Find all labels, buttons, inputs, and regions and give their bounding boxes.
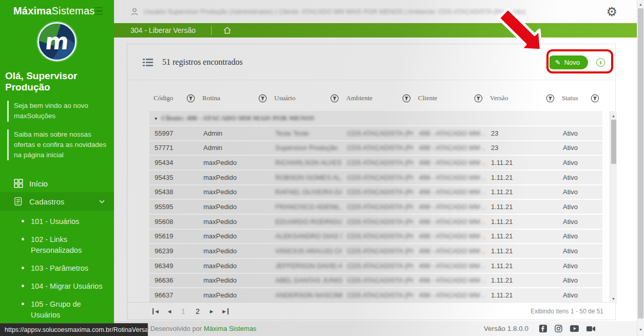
youtube-icon[interactable] bbox=[570, 325, 579, 332]
table-row[interactable]: 95608maxPedidoEDUARDO RODRIGUE...CDS ATA… bbox=[149, 215, 602, 230]
next-page-icon[interactable] bbox=[205, 308, 218, 314]
cell-versao: 23 bbox=[486, 144, 558, 152]
column-label[interactable]: Usuário bbox=[274, 94, 295, 102]
page-button-2[interactable]: 2 bbox=[191, 307, 205, 315]
brand-regular: Sistemas bbox=[52, 5, 95, 16]
cell-usuario: EDUARDO RODRIGUE... bbox=[270, 218, 342, 226]
filter-icon[interactable] bbox=[591, 94, 599, 103]
instagram-icon[interactable] bbox=[555, 325, 562, 332]
cell-rotina: maxPedido bbox=[198, 247, 270, 255]
cell-usuario: RAFAEL OLIVEIRA DA... bbox=[270, 188, 342, 196]
cell-codigo: 95595 bbox=[149, 203, 198, 211]
app-window: MáximaSistemas m Olá, Supervisor Produçã… bbox=[0, 0, 644, 336]
scroll-up-icon[interactable] bbox=[637, 1, 644, 8]
sidebar: MáximaSistemas m Olá, Supervisor Produçã… bbox=[0, 0, 114, 336]
column-label[interactable]: Código bbox=[154, 94, 173, 102]
group-row[interactable]: ▾ Cliente: 498 - ATACADO MM MAIS POR MEN… bbox=[149, 111, 602, 126]
cell-usuario: JEFFERSON DAVID A... bbox=[270, 262, 342, 270]
sidebar-item-cadastros[interactable]: Cadastros bbox=[0, 192, 114, 211]
cell-status: Ativo bbox=[558, 203, 602, 211]
welcome-note: Seja bem vindo ao novo maxSoluções bbox=[7, 101, 107, 122]
table-row[interactable]: 96636maxPedidoABEL DANTAS JUNIORCDS ATAC… bbox=[149, 274, 602, 289]
cell-rotina: maxPedido bbox=[198, 218, 270, 226]
sidebar-nav: Início Cadastros 101 - Usuários102 - Lin… bbox=[0, 175, 114, 336]
grid-header: CódigoRotinaUsuárioAmbienteClienteVersão… bbox=[149, 85, 602, 111]
table-row[interactable]: 95595maxPedidoFRANCISCO ADENIL...CDS ATA… bbox=[149, 200, 602, 215]
cell-rotina: maxPedido bbox=[198, 174, 270, 181]
table-row[interactable]: 95434maxPedidoRICHARLSON ALVES ...CDS AT… bbox=[149, 156, 602, 171]
filter-icon[interactable] bbox=[186, 94, 195, 103]
group-row-label: Cliente: 498 - ATACADO MM MAIS POR MENOS bbox=[161, 114, 314, 122]
table-row[interactable]: 96239maxPedidoVINICIUS ARAUJO CH...CDS A… bbox=[149, 244, 602, 259]
sidebar-item-104-migrar-usuarios[interactable]: 104 - Migrar Usuários bbox=[0, 277, 114, 295]
grid-scrollbar-thumb[interactable] bbox=[611, 120, 616, 164]
browser-scrollbar[interactable] bbox=[637, 0, 644, 336]
grid-icon bbox=[14, 179, 23, 188]
cell-ambiente: CDS ATACADISTA (Pr... bbox=[342, 188, 414, 196]
table-row[interactable]: 55997AdminTeste TesteCDS ATACADISTA (Pr.… bbox=[149, 126, 602, 141]
cell-cliente: 498 - ATACADO MM ... bbox=[414, 203, 486, 211]
sidebar-item-101-usuarios[interactable]: 101 - Usuários bbox=[0, 213, 114, 231]
cell-ambiente: CDS ATACADISTA (Pr... bbox=[342, 203, 414, 211]
form-icon bbox=[14, 197, 23, 206]
grid-scrollbar[interactable] bbox=[610, 111, 617, 303]
column-header-rotina: Rotina bbox=[198, 94, 270, 103]
cell-usuario: Supervisor Produção bbox=[270, 144, 342, 152]
cell-status: Ativo bbox=[558, 188, 602, 196]
cell-rotina: maxPedido bbox=[198, 262, 270, 270]
sidebar-item-105-grupo-de-usuarios[interactable]: 105 - Grupo de Usuários bbox=[0, 295, 114, 324]
facebook-icon[interactable] bbox=[539, 325, 547, 332]
sidebar-item-label: 105 - Grupo de Usuários bbox=[31, 299, 107, 321]
brand-logo-text[interactable]: MáximaSistemas bbox=[13, 5, 94, 17]
video-camera-icon[interactable] bbox=[586, 326, 595, 332]
gear-icon[interactable]: ⚙ bbox=[606, 6, 617, 18]
scroll-down-icon[interactable] bbox=[610, 295, 617, 302]
hamburger-icon[interactable] bbox=[94, 7, 103, 15]
scroll-down-icon[interactable] bbox=[637, 326, 644, 333]
sidebar-item-103-parametros[interactable]: 103 - Parâmetros bbox=[0, 259, 114, 277]
prev-page-icon[interactable] bbox=[163, 308, 176, 314]
maxima-sistemas-link[interactable]: Máxima Sistemas bbox=[204, 325, 257, 332]
table-row[interactable]: 96349maxPedidoJEFFERSON DAVID A...CDS AT… bbox=[149, 259, 602, 274]
scroll-up-icon[interactable] bbox=[610, 112, 617, 119]
column-header-usuario: Usuário bbox=[270, 94, 342, 103]
bullet-icon bbox=[22, 303, 24, 305]
filter-icon[interactable] bbox=[330, 94, 339, 103]
filter-icon[interactable] bbox=[474, 94, 483, 103]
column-label[interactable]: Versão bbox=[490, 94, 508, 102]
sidebar-item-inicio[interactable]: Início bbox=[0, 175, 114, 192]
cell-ambiente: CDS ATACADISTA (Pr... bbox=[342, 276, 414, 284]
column-label[interactable]: Status bbox=[562, 94, 578, 102]
filter-icon[interactable] bbox=[546, 94, 555, 103]
home-icon[interactable] bbox=[223, 26, 232, 34]
person-icon bbox=[130, 8, 139, 16]
cell-rotina: maxPedido bbox=[198, 203, 270, 211]
table-row[interactable]: 95435maxPedidoROBSON GOMES AL...CDS ATAC… bbox=[149, 171, 602, 185]
footer-right: Versão 1.8.0.0 bbox=[484, 325, 595, 332]
cell-usuario: ROBSON GOMES AL... bbox=[270, 174, 342, 181]
cell-rotina: Admin bbox=[198, 129, 270, 137]
filter-icon[interactable] bbox=[258, 94, 267, 103]
page-button-1[interactable]: 1 bbox=[176, 307, 191, 315]
filter-icon[interactable] bbox=[402, 94, 411, 103]
cell-versao: 1.11.21 bbox=[486, 218, 558, 226]
cell-status: Ativo bbox=[558, 291, 602, 299]
last-page-icon[interactable] bbox=[218, 308, 232, 314]
cell-rotina: maxPedido bbox=[198, 188, 270, 196]
column-label[interactable]: Cliente bbox=[418, 94, 438, 102]
cell-versao: 1.11.21 bbox=[486, 276, 558, 284]
table-row[interactable]: 95619maxPedidoALEKSANDRO DIAS S...CDS AT… bbox=[149, 230, 602, 245]
table-row[interactable]: 96637maxPedidoANDERSON NASCIME...CDS ATA… bbox=[149, 288, 602, 303]
first-page-icon[interactable] bbox=[149, 308, 163, 314]
sidebar-item-102-links-personalizados[interactable]: 102 - Links Personalizados bbox=[0, 231, 114, 259]
cell-codigo: 55997 bbox=[149, 129, 198, 137]
column-label[interactable]: Rotina bbox=[202, 94, 220, 102]
cell-usuario: ALEKSANDRO DIAS S... bbox=[270, 232, 342, 240]
column-header-cliente: Cliente bbox=[414, 94, 486, 103]
browser-scrollbar-thumb[interactable] bbox=[638, 8, 643, 319]
table-row[interactable]: 57771AdminSupervisor ProduçãoCDS ATACADI… bbox=[149, 141, 602, 156]
table-row[interactable]: 95438maxPedidoRAFAEL OLIVEIRA DA...CDS A… bbox=[149, 185, 602, 200]
app-version: Versão 1.8.0.0 bbox=[484, 325, 528, 332]
column-label[interactable]: Ambiente bbox=[346, 94, 372, 102]
cell-codigo: 96636 bbox=[149, 276, 198, 284]
